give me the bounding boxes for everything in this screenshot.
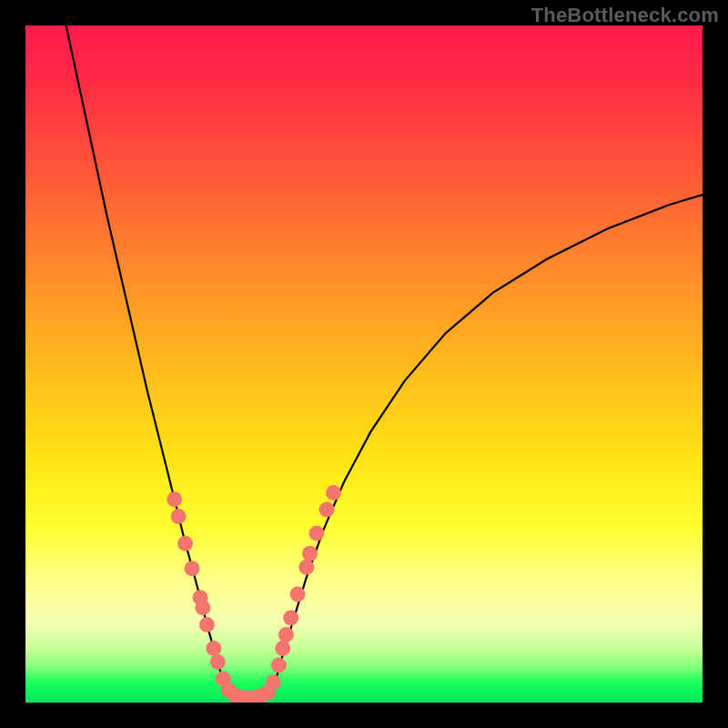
highlight-dot <box>195 600 210 615</box>
highlight-dots <box>167 485 341 703</box>
highlight-dot <box>177 536 193 551</box>
watermark-text: TheBottleneck.com <box>531 4 719 27</box>
highlight-dot <box>199 617 215 632</box>
highlight-dot <box>308 526 324 541</box>
curve-layer <box>25 25 703 703</box>
highlight-dot <box>206 641 221 656</box>
highlight-dot <box>210 654 226 670</box>
highlight-dot <box>283 611 298 626</box>
bottleneck-curve <box>66 25 703 699</box>
chart-frame: TheBottleneck.com <box>0 0 728 728</box>
highlight-dot <box>185 561 200 576</box>
highlight-dot <box>167 491 182 507</box>
highlight-dot <box>171 509 187 524</box>
highlight-dot <box>319 502 335 518</box>
highlight-dot <box>302 546 318 561</box>
highlight-dot <box>290 587 306 602</box>
highlight-dot <box>275 641 290 656</box>
highlight-dot <box>266 674 281 690</box>
highlight-dot <box>278 627 294 642</box>
highlight-dot <box>326 485 341 500</box>
plot-area <box>25 25 703 703</box>
highlight-dot <box>271 658 287 673</box>
highlight-dot <box>298 560 314 575</box>
